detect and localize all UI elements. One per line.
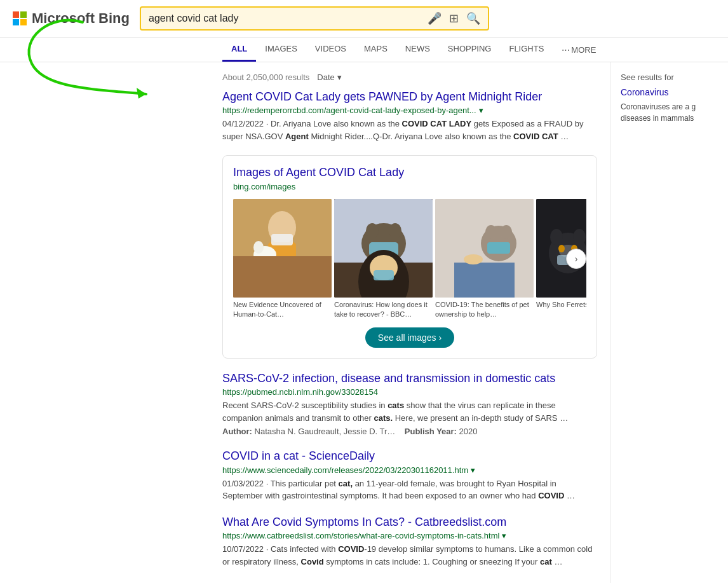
svg-rect-21 [487,242,510,254]
result-snippet-2: Recent SARS-CoV-2 susceptibility studies… [222,399,597,424]
sidebar-see-results-title: See results for [621,72,718,82]
logo-blue [13,19,19,25]
svg-point-11 [366,223,379,238]
logo-green [20,11,27,18]
image-caption-4: Why Sho Ferrets, T [536,300,586,309]
result-url-text-2: https://pubmed.ncbi.nlm.nih.gov/33028154 [222,387,378,397]
results-area: About 2,050,000 results Date ▾ Agent COV… [0,62,610,583]
result-url-2: https://pubmed.ncbi.nlm.nih.gov/33028154 [222,387,597,397]
results-meta: About 2,050,000 results Date ▾ [222,67,597,90]
image-thumb-1[interactable]: New Evidence Uncovered of Human-to-Cat… [233,199,332,319]
tab-maps[interactable]: MAPS [355,38,396,62]
result-url-text-4: https://www.catbreedslist.com/stories/wh… [222,531,499,540]
dropdown-icon-1[interactable]: ▾ [479,106,483,115]
result-title-4[interactable]: What Are Covid Symptoms In Cats? - Catbr… [222,516,506,528]
svg-rect-16 [374,270,394,280]
result-title-2[interactable]: SARS-CoV-2 infection, disease and transm… [222,372,555,385]
svg-point-12 [389,223,401,238]
bing-logo-text: Microsoft Bing [32,10,130,27]
result-meta-2: Author: Natasha N. Gaudreault, Jessie D.… [222,427,597,436]
result-url-3: https://www.sciencedaily.com/releases/20… [222,465,597,475]
tab-news[interactable]: NEWS [396,38,439,62]
tab-all[interactable]: ALL [222,38,256,62]
svg-point-5 [253,241,264,254]
result-snippet-4: 10/07/2022 · Cats infected with COVID-19… [222,543,597,568]
svg-rect-22 [454,263,515,298]
more-label: MORE [571,45,596,55]
image-thumb-3[interactable]: COVID-19: The benefits of pet ownership … [435,199,534,319]
images-grid: New Evidence Uncovered of Human-to-Cat… [233,199,586,319]
more-dots-icon: ⋯ [562,45,570,55]
result-url-4: https://www.catbreedslist.com/stories/wh… [222,531,597,540]
header: Microsoft Bing 🎤 ⊞ 🔍 [0,0,728,38]
tab-videos[interactable]: VIDEOS [306,38,355,62]
svg-point-26 [550,229,563,245]
result-title-3[interactable]: COVID in a cat - ScienceDaily [222,449,375,462]
dropdown-icon-3[interactable]: ▾ [471,465,475,475]
microphone-icon[interactable]: 🎤 [428,11,442,25]
tab-more[interactable]: ⋯ MORE [553,39,605,61]
svg-rect-6 [271,234,293,245]
svg-rect-7 [233,256,332,298]
images-next-button[interactable]: › [566,249,586,269]
image-section-title[interactable]: Images of Agent COVID Cat Lady [233,166,586,179]
sidebar-description: Coronaviruses are a g diseases in mammal… [621,101,718,124]
svg-point-27 [573,229,586,245]
result-snippet-1: 04/12/2022 · Dr. Ariyana Love also known… [222,118,597,142]
result-item-4: What Are Covid Symptoms In Cats? - Catbr… [222,515,597,568]
results-count-text: About 2,050,000 results [222,72,309,82]
chevron-down-icon: ▾ [337,72,342,82]
dropdown-icon-4[interactable]: ▾ [502,531,506,540]
search-submit-icon[interactable]: 🔍 [466,11,480,25]
image-caption-1: New Evidence Uncovered of Human-to-Cat… [233,300,332,319]
result-url-text-1: https://redemperorrcbd.com/agent-covid-c… [222,106,476,115]
image-thumb-2[interactable]: Coronavirus: How long does it take to re… [334,199,433,319]
svg-point-19 [485,225,497,239]
bing-logo: Microsoft Bing [13,10,130,27]
logo-yellow [20,19,27,25]
search-input[interactable] [149,13,422,24]
search-icon-group: 🎤 ⊞ 🔍 [428,11,480,25]
logo-red [13,11,19,18]
sidebar: See results for Coronavirus Coronaviruse… [610,62,728,583]
result-item-3: COVID in a cat - ScienceDaily https://ww… [222,449,597,502]
tab-flights[interactable]: FLIGHTS [500,38,553,62]
search-bar: 🎤 ⊞ 🔍 [140,6,489,31]
image-section-source[interactable]: bing.com/images [233,182,586,191]
nav-tabs: ALL IMAGES VIDEOS MAPS NEWS SHOPPING FLI… [0,38,728,62]
sidebar-coronavirus-link[interactable]: Coronavirus [621,87,718,97]
tab-shopping[interactable]: SHOPPING [439,38,501,62]
date-filter[interactable]: Date ▾ [317,72,341,82]
image-caption-3: COVID-19: The benefits of pet ownership … [435,300,534,319]
microsoft-logo [13,11,27,25]
svg-point-23 [464,254,483,264]
main-content: About 2,050,000 results Date ▾ Agent COV… [0,62,728,583]
svg-point-20 [501,225,512,239]
result-item-1: Agent COVID Cat Lady gets PAWNED by Agen… [222,90,597,142]
svg-point-30 [558,245,565,252]
see-all-images-button[interactable]: See all images › [365,327,454,348]
result-snippet-3: 01/03/2022 · This particular pet cat, an… [222,477,597,502]
result-url-text-3: https://www.sciencedaily.com/releases/20… [222,465,468,475]
tab-images[interactable]: IMAGES [256,38,306,62]
result-item-2: SARS-CoV-2 infection, disease and transm… [222,371,597,436]
date-filter-label: Date [317,72,334,82]
image-caption-2: Coronavirus: How long does it take to re… [334,300,433,319]
result-url-1: https://redemperorrcbd.com/agent-covid-c… [222,106,597,115]
result-title-1[interactable]: Agent COVID Cat Lady gets PAWNED by Agen… [222,90,542,103]
image-section: Images of Agent COVID Cat Lady bing.com/… [222,155,597,359]
camera-icon[interactable]: ⊞ [449,11,459,25]
